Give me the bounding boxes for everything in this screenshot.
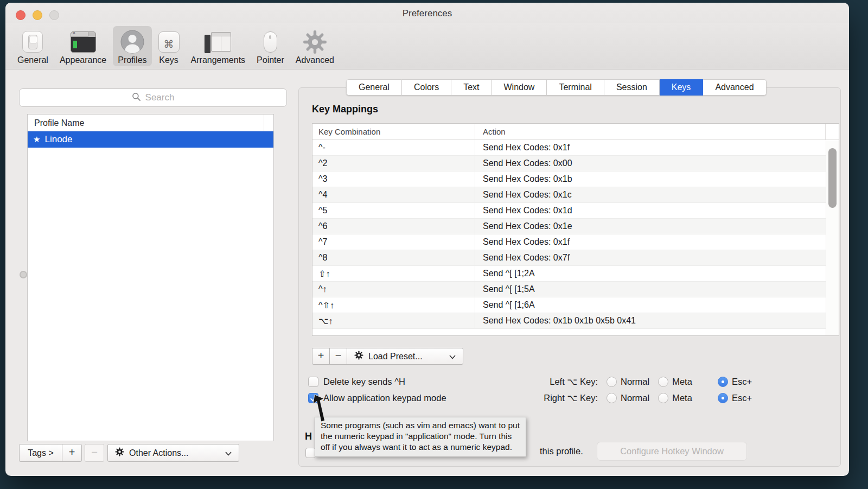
terminal-window-icon: [71, 29, 96, 55]
vertical-scrollbar[interactable]: [826, 141, 839, 335]
close-button[interactable]: [16, 10, 25, 20]
pane-splitter-handle[interactable]: [20, 271, 27, 278]
traffic-lights: [16, 10, 59, 20]
scrollbar-thumb[interactable]: [828, 148, 837, 208]
toolbar-item-label: Profiles: [118, 55, 146, 65]
other-actions-label: Other Actions...: [129, 448, 188, 458]
search-input[interactable]: Search: [19, 88, 287, 107]
key-combination-cell: ^4: [312, 187, 475, 202]
table-row[interactable]: ^↑Send ^[ [1;5A: [312, 282, 839, 297]
table-row[interactable]: ^6Send Hex Codes: 0x1e: [312, 219, 839, 234]
minimize-button[interactable]: [33, 10, 42, 20]
tab-window[interactable]: Window: [492, 79, 547, 96]
key-mappings-toolbar: + − Load Preset...: [312, 348, 463, 365]
action-cell: Send Hex Codes: 0x1e: [475, 219, 839, 234]
command-key-icon: ⌘: [158, 29, 180, 55]
key-combination-cell: ⇧↑: [312, 266, 475, 281]
radio-option-esc[interactable]: Esc+: [718, 393, 752, 403]
title-bar: Preferences: [5, 3, 849, 23]
key-mappings-body: ^-Send Hex Codes: 0x1f^2Send Hex Codes: …: [312, 140, 839, 329]
radio-option-meta[interactable]: Meta: [658, 377, 692, 387]
toolbar-item-keys[interactable]: ⌘ Keys: [154, 26, 184, 66]
key-combination-column-header[interactable]: Key Combination: [312, 124, 475, 139]
radio-button[interactable]: [607, 377, 617, 387]
profile-row[interactable]: ★ Linode: [28, 131, 273, 148]
toolbar-item-pointer[interactable]: Pointer: [252, 26, 289, 66]
radio-button[interactable]: [718, 393, 728, 403]
table-row[interactable]: ⇧↑Send ^[ [1;2A: [312, 266, 839, 282]
toolbar-item-general[interactable]: General: [12, 26, 53, 66]
radio-label: Meta: [672, 393, 692, 403]
zoom-button[interactable]: [49, 10, 59, 20]
table-row[interactable]: ^4Send Hex Codes: 0x1c: [312, 187, 839, 203]
radio-button[interactable]: [718, 377, 728, 387]
action-cell: Send ^[ [1;2A: [475, 266, 839, 281]
radio-option-normal[interactable]: Normal: [607, 393, 649, 403]
tab-keys[interactable]: Keys: [660, 79, 704, 96]
tab-session[interactable]: Session: [604, 79, 660, 96]
search-icon: [132, 92, 141, 104]
add-mapping-button[interactable]: +: [312, 348, 330, 365]
toolbar-item-advanced[interactable]: Advanced: [291, 26, 339, 66]
tab-colors[interactable]: Colors: [402, 79, 451, 96]
toolbar-item-profiles[interactable]: Profiles: [113, 26, 151, 66]
profile-list: Profile Name ★ Linode: [27, 114, 274, 441]
configure-hotkey-window-button[interactable]: Configure Hotkey Window: [597, 442, 747, 461]
table-row[interactable]: ^5Send Hex Codes: 0x1d: [312, 203, 839, 219]
key-combination-cell: ^7: [312, 234, 475, 250]
action-cell: Send Hex Codes: 0x00: [475, 156, 839, 171]
toolbar-item-appearance[interactable]: Appearance: [55, 26, 111, 66]
load-preset-dropdown[interactable]: Load Preset...: [347, 348, 463, 365]
key-combination-cell: ^5: [312, 203, 475, 218]
profile-name-column-header[interactable]: Profile Name: [28, 115, 273, 131]
delete-key-checkbox[interactable]: [308, 377, 318, 387]
radio-label: Esc+: [732, 393, 752, 403]
radio-option-normal[interactable]: Normal: [607, 377, 649, 387]
delete-key-label: Delete key sends ^H: [323, 377, 405, 387]
action-cell: Send Hex Codes: 0x1b 0x1b 0x5b 0x41: [475, 313, 839, 328]
table-row[interactable]: ^2Send Hex Codes: 0x00: [312, 156, 839, 172]
tab-terminal[interactable]: Terminal: [547, 79, 604, 96]
remove-profile-button[interactable]: −: [85, 444, 104, 462]
action-column-header[interactable]: Action: [475, 124, 839, 139]
table-row[interactable]: ⌥↑Send Hex Codes: 0x1b 0x1b 0x5b 0x41: [312, 313, 839, 329]
keypad-mode-label: Allow application keypad mode: [323, 393, 446, 403]
desktop: { "window": { "title": "Preferences" }, …: [0, 0, 868, 489]
tab-general[interactable]: General: [346, 79, 402, 96]
star-icon: ★: [33, 135, 40, 144]
hotkey-description-text: this profile.: [540, 446, 583, 456]
action-cell: Send Hex Codes: 0x1d: [475, 203, 839, 218]
mouse-icon: [264, 29, 277, 55]
table-row[interactable]: ^⇧↑Send ^[ [1;6A: [312, 297, 839, 313]
search-placeholder: Search: [145, 92, 175, 103]
radio-button[interactable]: [658, 377, 668, 387]
key-combination-cell: ^2: [312, 156, 475, 171]
profile-name-header-label: Profile Name: [34, 118, 84, 128]
key-combination-cell: ^↑: [312, 282, 475, 297]
radio-button[interactable]: [607, 393, 617, 403]
option-key-label: Right ⌥ Key:: [525, 393, 598, 403]
toolbar-item-label: Keys: [159, 55, 178, 65]
table-row[interactable]: ^8Send Hex Codes: 0x7f: [312, 250, 839, 266]
table-row[interactable]: ^7Send Hex Codes: 0x1f: [312, 234, 839, 250]
radio-option-esc[interactable]: Esc+: [718, 377, 752, 387]
action-cell: Send Hex Codes: 0x7f: [475, 250, 839, 265]
keypad-mode-option: Allow application keypad mode: [308, 393, 446, 403]
tags-button[interactable]: Tags >: [19, 444, 62, 462]
table-row[interactable]: ^3Send Hex Codes: 0x1b: [312, 172, 839, 187]
tab-text[interactable]: Text: [451, 79, 492, 96]
other-actions-dropdown[interactable]: Other Actions...: [107, 444, 239, 462]
radio-option-meta[interactable]: Meta: [658, 393, 692, 403]
toolbar: General Appearance Profiles: [5, 23, 849, 69]
remove-mapping-button[interactable]: −: [329, 348, 347, 365]
key-combination-cell: ^-: [312, 140, 475, 155]
radio-button[interactable]: [658, 393, 668, 403]
tab-advanced[interactable]: Advanced: [703, 79, 766, 96]
table-row[interactable]: ^-Send Hex Codes: 0x1f: [312, 140, 839, 156]
radio-label: Normal: [621, 393, 649, 403]
action-cell: Send Hex Codes: 0x1b: [475, 172, 839, 187]
radio-label: Meta: [672, 377, 692, 387]
toolbar-item-arrangements[interactable]: Arrangements: [186, 26, 251, 66]
toolbar-item-label: Advanced: [296, 55, 334, 65]
add-profile-button[interactable]: +: [62, 444, 82, 462]
